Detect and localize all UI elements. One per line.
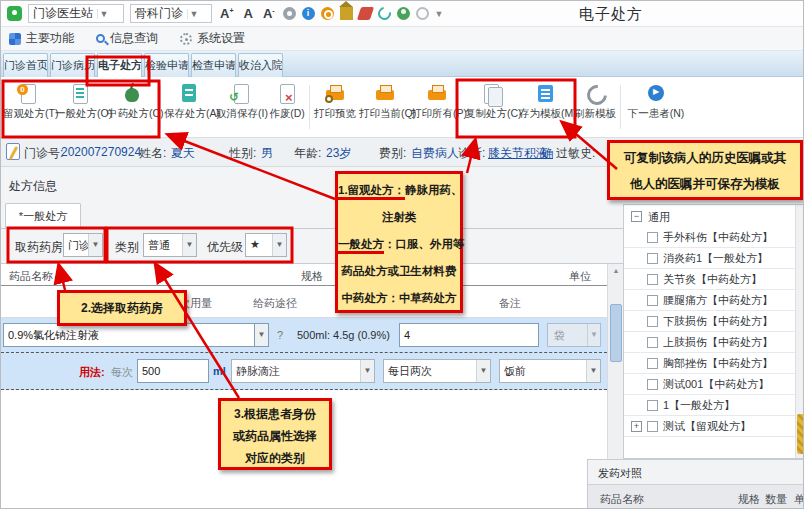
chevron-down-icon[interactable]: ▼ <box>187 9 200 19</box>
drug-help-icon[interactable]: ? <box>277 329 283 341</box>
expand-icon[interactable] <box>631 337 642 348</box>
menu-info-query[interactable]: 信息查询 <box>96 30 158 47</box>
void-button[interactable]: 作废(D) <box>268 83 306 133</box>
expand-icon[interactable] <box>631 232 642 243</box>
station-select[interactable]: 门诊医生站 ▼ <box>28 4 124 23</box>
general-rx-button[interactable]: 一般处方(O) <box>55 83 105 133</box>
template-checkbox[interactable] <box>647 253 658 264</box>
frequency-value: 每日两次 <box>384 360 476 382</box>
template-checkbox[interactable] <box>647 274 658 285</box>
menu-system-settings[interactable]: 系统设置 <box>180 30 245 47</box>
expand-icon[interactable] <box>631 295 642 306</box>
refresh-icon[interactable] <box>375 4 393 22</box>
expand-icon[interactable] <box>631 379 642 390</box>
template-item[interactable]: 下肢损伤【中药处方】 <box>624 311 804 332</box>
expand-icon[interactable] <box>631 253 642 264</box>
tab-electronic-prescription[interactable]: 电子处方 <box>97 53 142 77</box>
eraser-icon[interactable] <box>356 7 373 20</box>
chevron-down-icon[interactable]: ▼ <box>255 323 269 347</box>
drug-unit-select[interactable]: 袋 ▼ <box>547 323 601 347</box>
font-increase-button[interactable]: A+ <box>218 6 235 21</box>
key-icon[interactable] <box>321 7 334 20</box>
template-checkbox[interactable] <box>647 400 658 411</box>
chevron-down-icon[interactable]: ▼ <box>182 234 196 256</box>
chevron-down-icon[interactable]: ▼ <box>97 9 110 19</box>
template-item[interactable]: 关节炎【中药处方】 <box>624 269 804 290</box>
refresh-template-button[interactable]: 刷新模板 <box>573 83 617 133</box>
settings-icon[interactable] <box>283 7 296 20</box>
print-preview-button[interactable]: 打印预览 <box>313 83 357 133</box>
scrollbar-thumb[interactable] <box>610 304 622 362</box>
diagnosis-confirm-link[interactable]: 确 <box>541 145 553 162</box>
font-normal-button[interactable]: A <box>241 6 254 21</box>
chevron-down-icon[interactable]: ▼ <box>435 9 444 19</box>
save-as-template-button[interactable]: 存为模板(M) <box>519 83 571 133</box>
toolbar-separator <box>160 85 161 129</box>
more-options-icon[interactable] <box>416 7 429 20</box>
font-decrease-button[interactable]: A- <box>261 6 277 21</box>
template-item[interactable]: 胸部挫伤【中药处方】 <box>624 353 804 374</box>
chevron-down-icon[interactable]: ▼ <box>88 234 102 256</box>
timing-select[interactable]: 饭前 ▼ <box>499 359 601 383</box>
template-item[interactable]: 上肢损伤【中药处方】 <box>624 332 804 353</box>
template-item-label: 手外科伤【中药处方】 <box>663 230 773 245</box>
tree-root-general[interactable]: − 通用 <box>624 207 804 227</box>
station-select-value: 门诊医生站 <box>29 5 97 22</box>
template-item[interactable]: + 测试【留观处方】 <box>624 416 804 437</box>
cancel-save-button[interactable]: 取消保存(I) <box>216 83 266 133</box>
expand-icon[interactable] <box>631 316 642 327</box>
frequency-select[interactable]: 每日两次 ▼ <box>383 359 491 383</box>
tab-outpatient-record[interactable]: 门诊病历 <box>50 53 95 77</box>
tab-lab-request[interactable]: 检验申请 <box>144 53 189 77</box>
info-icon[interactable]: i <box>302 7 315 20</box>
chevron-down-icon[interactable]: ▼ <box>272 234 286 256</box>
department-select[interactable]: 骨科门诊 ▼ <box>130 4 212 23</box>
route-select[interactable]: 静脉滴注 ▼ <box>231 359 375 383</box>
tab-general-rx[interactable]: *一般处方 <box>5 203 81 229</box>
pharmacy-select[interactable]: 门诊西... ▼ <box>63 233 103 257</box>
template-item[interactable]: 腰腿痛方【中药处方】 <box>624 290 804 311</box>
expand-icon[interactable]: + <box>631 421 642 432</box>
menu-main-functions[interactable]: 主要功能 <box>9 30 74 47</box>
drug-qty-input[interactable] <box>399 323 539 347</box>
save-rx-button[interactable]: 保存处方(A) <box>164 83 214 133</box>
usage-row[interactable]: 用法: 每次 ml 静脉滴注 ▼ 每日两次 ▼ 饭前 ▼ <box>1 352 607 390</box>
chevron-down-icon[interactable]: ▼ <box>476 360 490 382</box>
tree-scrollbar[interactable] <box>795 205 804 458</box>
template-checkbox[interactable] <box>647 232 658 243</box>
diagnosis-link[interactable]: 膝关节积液 <box>488 145 548 162</box>
template-checkbox[interactable] <box>647 337 658 348</box>
print-all-button[interactable]: 打印所有(P) <box>411 83 463 133</box>
template-checkbox[interactable] <box>647 358 658 369</box>
template-item[interactable]: 消炎药1【一般处方】 <box>624 248 804 269</box>
template-checkbox[interactable] <box>647 316 658 327</box>
template-item[interactable]: 手外科伤【中药处方】 <box>624 227 804 248</box>
category-select[interactable]: 普通 ▼ <box>143 233 197 257</box>
drug-name-input[interactable] <box>3 323 255 347</box>
expand-icon[interactable] <box>631 274 642 285</box>
template-item[interactable]: 测试001【中药处方】 <box>624 374 804 395</box>
dose-input[interactable] <box>137 359 209 383</box>
template-item[interactable]: 1【一般处方】 <box>624 395 804 416</box>
tab-admission[interactable]: 收治入院 <box>238 53 283 77</box>
observe-rx-button[interactable]: 留观处方(T) <box>3 83 53 133</box>
home-icon[interactable] <box>340 7 353 20</box>
tab-outpatient-home[interactable]: 门诊首页 <box>3 53 48 77</box>
user-icon[interactable] <box>397 7 410 20</box>
copy-rx-button[interactable]: 复制处方(C) <box>465 83 517 133</box>
template-checkbox[interactable] <box>647 379 658 390</box>
template-checkbox[interactable] <box>647 295 658 306</box>
scroll-up-icon[interactable]: ▲ <box>608 264 624 278</box>
next-patient-button[interactable]: 下一患者(N) <box>624 83 688 133</box>
chevron-down-icon[interactable]: ▼ <box>360 360 374 382</box>
tab-exam-request[interactable]: 检查申请 <box>191 53 236 77</box>
herbal-rx-button[interactable]: 中药处方(C) <box>107 83 157 133</box>
print-current-button[interactable]: 打印当前(Q) <box>359 83 411 133</box>
priority-select[interactable]: ★ ▼ <box>245 233 287 257</box>
template-checkbox[interactable] <box>647 421 658 432</box>
expand-icon[interactable] <box>631 400 642 411</box>
collapse-icon[interactable]: − <box>631 211 642 222</box>
expand-icon[interactable] <box>631 358 642 369</box>
scrollbar-thumb[interactable] <box>797 414 804 454</box>
chevron-down-icon[interactable]: ▼ <box>586 360 600 382</box>
